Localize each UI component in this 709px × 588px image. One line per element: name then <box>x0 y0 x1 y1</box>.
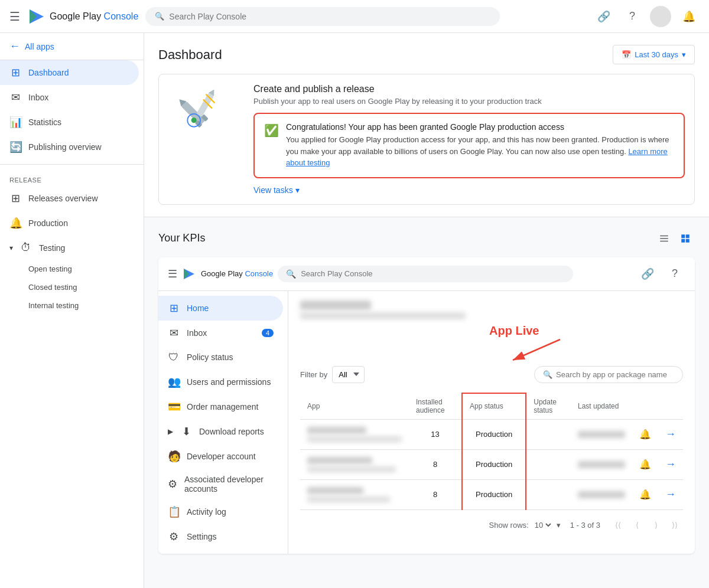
search-apps-input[interactable]: 🔍 <box>534 366 683 383</box>
sidebar-item-releases-overview[interactable]: ⊞ Releases overview <box>0 186 139 211</box>
next-page-button[interactable]: ⟩ <box>648 517 664 534</box>
all-apps-label: All apps <box>25 42 54 51</box>
bottom-sidebar-item-orders[interactable]: 💳 Order management <box>158 394 283 419</box>
bottom-sidebar-label-policy: Policy status <box>187 352 233 362</box>
sidebar-label-releases: Releases overview <box>28 194 98 203</box>
bell-3[interactable]: 🔔 <box>632 479 658 509</box>
bottom-sidebar-label-home: Home <box>187 303 209 313</box>
top-nav-right: 🔗 ? 🔔 <box>593 6 700 27</box>
dashboard-section: Dashboard 📅 Last 30 days ▾ <box>144 33 709 217</box>
sidebar-item-open-testing[interactable]: Open testing <box>0 260 144 278</box>
inbox-icon: ✉ <box>9 91 21 104</box>
first-page-button[interactable]: ⟨⟨ <box>610 517 626 534</box>
filter-select[interactable]: All <box>332 366 365 383</box>
date-filter-label: Last 30 days <box>635 50 678 59</box>
bottom-sidebar-label-associated: Associated developer accounts <box>184 475 274 494</box>
bottom-search-input[interactable] <box>301 269 565 278</box>
search-input[interactable] <box>169 12 490 21</box>
svg-rect-6 <box>196 93 214 117</box>
arrow-3[interactable]: → <box>658 479 683 509</box>
avatar[interactable] <box>650 6 671 27</box>
svg-rect-13 <box>660 238 668 239</box>
all-apps-button[interactable]: ← All apps <box>0 33 144 60</box>
svg-rect-18 <box>686 239 690 242</box>
bottom-sidebar-label-developer: Developer account <box>187 452 256 461</box>
sidebar-item-statistics[interactable]: 📊 Statistics <box>0 110 139 135</box>
filter-row: Filter by All 🔍 <box>300 366 683 383</box>
svg-rect-15 <box>681 234 685 238</box>
calendar-icon: 📅 <box>622 50 631 59</box>
search-icon: 🔍 <box>155 12 164 21</box>
sidebar-item-production[interactable]: 🔔 Production <box>0 211 139 236</box>
bell-2[interactable]: 🔔 <box>632 449 658 479</box>
publish-content: Create and publish a release Publish you… <box>253 84 685 195</box>
statistics-icon: 📊 <box>9 116 21 129</box>
app-info-blurred <box>300 300 683 319</box>
sidebar-item-publishing-overview[interactable]: 🔄 Publishing overview <box>0 135 139 159</box>
sidebar-item-dashboard[interactable]: ⊞ Dashboard <box>0 60 139 85</box>
publish-banner: Create and publish a release Publish you… <box>158 74 695 205</box>
logo-text-2: Google Play Console <box>201 269 273 278</box>
pagination: ⟨⟨ ⟨ ⟩ ⟩⟩ <box>610 517 683 534</box>
releases-icon: ⊞ <box>9 192 21 205</box>
last-page-button[interactable]: ⟩⟩ <box>666 517 683 534</box>
associated-icon: ⚙ <box>168 478 177 491</box>
grid-view-button[interactable] <box>676 229 695 248</box>
last-updated-2 <box>571 449 632 479</box>
col-header-updated: Last updated <box>571 393 632 420</box>
search-apps-field[interactable] <box>556 370 674 379</box>
activity-icon: 📋 <box>168 505 180 518</box>
help-icon[interactable]: ? <box>622 6 643 27</box>
rows-per-page-select[interactable]: 10 25 50 <box>532 520 553 530</box>
sidebar-item-internal-testing[interactable]: Internal testing <box>0 296 144 315</box>
search-icon-3: 🔍 <box>543 370 552 379</box>
date-filter-button[interactable]: 📅 Last 30 days ▾ <box>613 45 695 64</box>
bottom-sidebar-item-home[interactable]: ⊞ Home <box>158 296 283 321</box>
col-header-actions <box>632 393 658 420</box>
bottom-search-bar[interactable]: 🔍 <box>278 266 573 282</box>
rocket-graphic <box>168 84 233 143</box>
notifications-icon[interactable]: 🔔 <box>678 6 700 27</box>
chevron-down-icon: ▾ <box>682 50 686 59</box>
arrow-2[interactable]: → <box>658 449 683 479</box>
bottom-sidebar-item-developer[interactable]: 🧑 Developer account <box>158 444 283 469</box>
top-search-bar[interactable]: 🔍 <box>145 7 500 26</box>
help-icon-2[interactable]: ? <box>664 263 685 285</box>
last-updated-1 <box>571 419 632 449</box>
show-rows-label: Show rows: <box>489 521 528 530</box>
bottom-sidebar-item-settings[interactable]: ⚙ Settings <box>158 524 283 549</box>
link-icon-2[interactable]: 🔗 <box>637 263 658 285</box>
bell-1[interactable]: 🔔 <box>632 419 658 449</box>
prev-page-button[interactable]: ⟨ <box>629 517 645 534</box>
hamburger-icon[interactable]: ☰ <box>9 9 20 24</box>
bottom-sidebar-item-policy[interactable]: 🛡 Policy status <box>158 345 283 370</box>
update-status-3 <box>526 479 571 509</box>
bottom-sidebar-item-downloads[interactable]: ▶ ⬇ Download reports <box>158 419 283 444</box>
bottom-sidebar-item-users[interactable]: 👥 Users and permissions <box>158 370 283 394</box>
list-view-button[interactable] <box>655 229 674 248</box>
link-icon[interactable]: 🔗 <box>593 6 614 27</box>
bottom-sidebar-item-activity[interactable]: 📋 Activity log <box>158 499 283 524</box>
app-name-cell-2 <box>300 449 409 479</box>
sidebar-item-closed-testing[interactable]: Closed testing <box>0 278 144 296</box>
play-console-logo-icon <box>27 7 46 26</box>
main-content: Dashboard 📅 Last 30 days ▾ <box>144 33 709 588</box>
sidebar-item-testing[interactable]: ▾ ⏱ Testing <box>0 236 139 260</box>
back-arrow-icon: ← <box>9 40 20 53</box>
expand-icon: ▶ <box>168 427 173 436</box>
hamburger-icon-2[interactable]: ☰ <box>168 267 177 280</box>
bottom-sidebar-item-associated[interactable]: ⚙ Associated developer accounts <box>158 469 283 499</box>
bottom-sidebar-item-inbox[interactable]: ✉ Inbox 4 <box>158 321 283 345</box>
sidebar-label-dashboard: Dashboard <box>28 68 69 77</box>
inbox-badge: 4 <box>262 329 274 337</box>
publish-title: Create and publish a release <box>253 84 685 94</box>
arrow-annotation <box>300 337 683 366</box>
sidebar-item-inbox[interactable]: ✉ Inbox <box>0 85 139 110</box>
rows-select: Show rows: 10 25 50 ▾ <box>489 520 560 530</box>
dashboard-header: Dashboard 📅 Last 30 days ▾ <box>158 45 695 64</box>
production-icon: 🔔 <box>9 217 21 230</box>
arrow-1[interactable]: → <box>658 419 683 449</box>
view-tasks-button[interactable]: View tasks ▾ <box>253 185 685 195</box>
bottom-sidebar-label-orders: Order management <box>187 402 258 411</box>
kpis-section: Your KPIs ☰ <box>144 217 709 589</box>
